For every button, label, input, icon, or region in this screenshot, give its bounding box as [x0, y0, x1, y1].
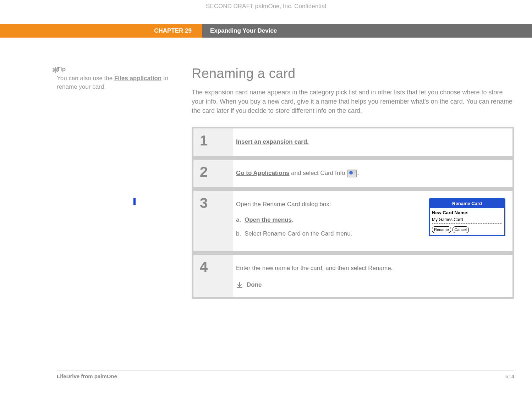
step4-text: Enter the new name for the card, and the… — [236, 264, 505, 273]
page-footer: LifeDrive from palmOne 614 — [57, 370, 514, 379]
rename-button[interactable]: Rename — [432, 226, 451, 233]
dialog-field-label: New Card Name: — [432, 209, 502, 216]
step3-lead: Open the Rename Card dialog box: — [236, 200, 415, 209]
confidential-header: SECOND DRAFT palmOne, Inc. Confidential — [0, 0, 532, 24]
chapter-title: Expanding Your Device — [202, 24, 532, 38]
done-label: Done — [247, 280, 262, 290]
tip-asterisk-icon: ✱ — [52, 66, 59, 75]
step-row: 3 Open the Rename Card dialog box: a. Op… — [193, 191, 512, 251]
sub-letter: b. — [236, 229, 245, 238]
step-row: 4 Enter the new name for the card, and t… — [193, 255, 512, 297]
go-to-applications-link[interactable]: Go to Applications — [236, 170, 289, 176]
sub-b-text: Select Rename Card on the Card menu. — [245, 229, 352, 238]
rename-card-dialog: Rename Card New Card Name: My Games Card… — [429, 198, 505, 236]
page-title: Renaming a card — [192, 66, 514, 81]
page-number: 614 — [505, 373, 514, 379]
step2-tail: . — [357, 170, 359, 176]
tip-text-pre: You can also use the — [57, 75, 114, 82]
done-arrow-icon — [236, 281, 243, 288]
step-row: 1 Insert an expansion card. — [193, 128, 512, 156]
tip-label: Tip — [57, 66, 177, 73]
card-info-icon — [347, 170, 357, 177]
sub-letter: a. — [236, 215, 245, 225]
dialog-title: Rename Card — [430, 199, 504, 208]
intro-paragraph: The expansion card name appears in the c… — [192, 88, 514, 115]
step-row: 2 Go to Applications and select Card Inf… — [193, 160, 512, 187]
step-number: 1 — [193, 128, 233, 156]
tip-body: You can also use the Files application t… — [57, 74, 177, 91]
step2-post: and select Card Info — [289, 170, 347, 176]
insert-card-link[interactable]: Insert an expansion card. — [236, 138, 309, 145]
step-number: 3 — [193, 191, 233, 251]
step-number: 2 — [193, 160, 233, 187]
chapter-bar: CHAPTER 29 Expanding Your Device — [0, 24, 532, 38]
step-number: 4 — [193, 255, 233, 297]
files-application-link[interactable]: Files application — [114, 75, 161, 82]
tip-sidebar: ✱ Tip You can also use the Files applica… — [57, 66, 192, 299]
cancel-button[interactable]: Cancel — [453, 226, 469, 233]
steps-container: 1 Insert an expansion card. 2 Go to Appl… — [192, 127, 514, 299]
card-name-input[interactable]: My Games Card — [432, 216, 502, 224]
chapter-number: CHAPTER 29 — [0, 24, 202, 38]
open-menus-link[interactable]: Open the menus — [245, 216, 292, 223]
sub-a-tail: . — [292, 216, 294, 223]
product-name: LifeDrive from palmOne — [57, 373, 117, 379]
